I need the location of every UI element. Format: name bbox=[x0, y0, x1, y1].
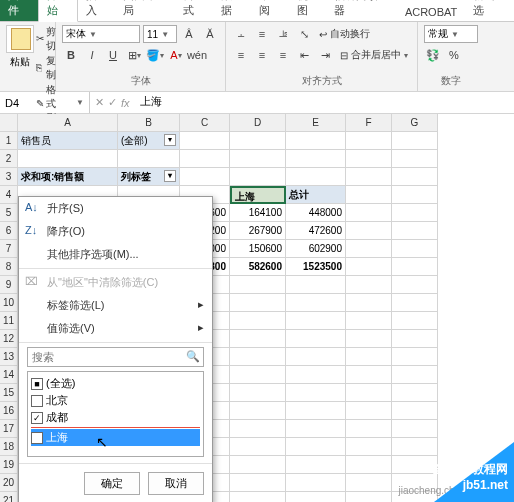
row-header[interactable]: 14 bbox=[0, 366, 18, 384]
cell[interactable] bbox=[392, 348, 438, 366]
row-header[interactable]: 11 bbox=[0, 312, 18, 330]
cell[interactable] bbox=[286, 348, 346, 366]
row-header[interactable]: 8 bbox=[0, 258, 18, 276]
formula-input[interactable]: 上海 bbox=[135, 92, 514, 113]
row-header[interactable]: 4 bbox=[0, 186, 18, 204]
paste-icon[interactable] bbox=[6, 25, 34, 53]
filter-item[interactable]: ■(全选) bbox=[31, 375, 200, 392]
cell[interactable]: 472600 bbox=[286, 222, 346, 240]
cell[interactable] bbox=[392, 258, 438, 276]
cell[interactable] bbox=[286, 474, 346, 492]
cell[interactable] bbox=[392, 186, 438, 204]
cell[interactable] bbox=[346, 240, 392, 258]
row-header[interactable]: 13 bbox=[0, 348, 18, 366]
tab-acrobat[interactable]: ACROBAT bbox=[397, 3, 465, 21]
cell[interactable] bbox=[230, 384, 286, 402]
cell[interactable] bbox=[346, 186, 392, 204]
cell[interactable] bbox=[230, 492, 286, 502]
cell[interactable]: 列标签▾ bbox=[118, 168, 180, 186]
bold-button[interactable]: B bbox=[62, 46, 80, 64]
cell[interactable] bbox=[230, 438, 286, 456]
cell[interactable] bbox=[230, 402, 286, 420]
sort-desc-item[interactable]: Z↓降序(O) bbox=[19, 220, 212, 243]
cell[interactable] bbox=[286, 294, 346, 312]
cell[interactable]: 1523500 bbox=[286, 258, 346, 276]
italic-button[interactable]: I bbox=[83, 46, 101, 64]
cell[interactable] bbox=[392, 222, 438, 240]
cell[interactable] bbox=[346, 132, 392, 150]
tab-layout[interactable]: 页面布局 bbox=[115, 0, 175, 21]
col-header[interactable]: G bbox=[392, 114, 438, 132]
tab-file[interactable]: 文件 bbox=[0, 0, 38, 21]
cancel-button[interactable]: 取消 bbox=[148, 472, 204, 495]
increase-font-button[interactable]: Â bbox=[180, 25, 198, 43]
tab-data[interactable]: 数据 bbox=[213, 0, 251, 21]
tab-view[interactable]: 视图 bbox=[289, 0, 327, 21]
pivot-filter-icon[interactable]: ▾ bbox=[164, 170, 176, 182]
enter-fx-icon[interactable]: ✓ bbox=[108, 96, 117, 109]
cell[interactable] bbox=[392, 312, 438, 330]
row-header[interactable]: 3 bbox=[0, 168, 18, 186]
row-header[interactable]: 16 bbox=[0, 402, 18, 420]
col-header[interactable]: F bbox=[346, 114, 392, 132]
cell[interactable]: 销售员 bbox=[18, 132, 118, 150]
cell[interactable] bbox=[286, 276, 346, 294]
cell[interactable] bbox=[346, 492, 392, 502]
row-header[interactable]: 18 bbox=[0, 438, 18, 456]
col-header[interactable]: D bbox=[230, 114, 286, 132]
col-header[interactable]: C bbox=[180, 114, 230, 132]
cell[interactable] bbox=[346, 438, 392, 456]
row-header[interactable]: 2 bbox=[0, 150, 18, 168]
row-header[interactable]: 7 bbox=[0, 240, 18, 258]
col-header[interactable]: A bbox=[18, 114, 118, 132]
tab-insert[interactable]: 插入 bbox=[78, 0, 116, 21]
cell[interactable] bbox=[392, 402, 438, 420]
cell[interactable] bbox=[286, 150, 346, 168]
cell[interactable] bbox=[392, 240, 438, 258]
align-center-button[interactable]: ≡ bbox=[253, 46, 271, 64]
row-header[interactable]: 17 bbox=[0, 420, 18, 438]
cell[interactable] bbox=[392, 150, 438, 168]
tab-foxit[interactable]: 福昕阅读器 bbox=[326, 0, 397, 21]
orientation-button[interactable]: ⤡ bbox=[295, 25, 313, 43]
font-name-select[interactable]: 宋体▼ bbox=[62, 25, 140, 43]
font-size-select[interactable]: 11▼ bbox=[143, 25, 177, 43]
border-button[interactable]: ⊞▾ bbox=[125, 46, 143, 64]
row-header[interactable]: 20 bbox=[0, 474, 18, 492]
cell[interactable] bbox=[286, 456, 346, 474]
row-header[interactable]: 12 bbox=[0, 330, 18, 348]
cell[interactable] bbox=[230, 456, 286, 474]
cell[interactable] bbox=[346, 456, 392, 474]
row-header[interactable]: 19 bbox=[0, 456, 18, 474]
cell[interactable] bbox=[180, 168, 230, 186]
cell[interactable] bbox=[286, 420, 346, 438]
value-filter-item[interactable]: 值筛选(V)▸ bbox=[19, 317, 212, 340]
row-header[interactable]: 6 bbox=[0, 222, 18, 240]
cell[interactable] bbox=[346, 312, 392, 330]
tab-review[interactable]: 审阅 bbox=[251, 0, 289, 21]
cell[interactable] bbox=[392, 204, 438, 222]
cell[interactable] bbox=[346, 294, 392, 312]
align-top-button[interactable]: ⫠ bbox=[232, 25, 250, 43]
cell[interactable] bbox=[286, 366, 346, 384]
cell[interactable] bbox=[286, 132, 346, 150]
cell[interactable] bbox=[346, 330, 392, 348]
cell[interactable]: 总计 bbox=[286, 186, 346, 204]
cell[interactable] bbox=[392, 366, 438, 384]
cell[interactable] bbox=[346, 474, 392, 492]
cell[interactable] bbox=[346, 348, 392, 366]
fx-icon[interactable]: fx bbox=[121, 97, 130, 109]
align-right-button[interactable]: ≡ bbox=[274, 46, 292, 64]
cell[interactable] bbox=[346, 168, 392, 186]
filter-search-input[interactable] bbox=[27, 347, 204, 367]
sort-asc-item[interactable]: A↓升序(S) bbox=[19, 197, 212, 220]
font-color-button[interactable]: A▾ bbox=[167, 46, 185, 64]
cell[interactable] bbox=[392, 132, 438, 150]
cell[interactable]: 164100 bbox=[230, 204, 286, 222]
cell[interactable]: 448000 bbox=[286, 204, 346, 222]
fill-color-button[interactable]: 🪣▾ bbox=[146, 46, 164, 64]
underline-button[interactable]: U bbox=[104, 46, 122, 64]
wrap-text-button[interactable]: ↩自动换行 bbox=[316, 26, 373, 42]
cancel-fx-icon[interactable]: ✕ bbox=[95, 96, 104, 109]
row-header[interactable]: 21 bbox=[0, 492, 18, 502]
